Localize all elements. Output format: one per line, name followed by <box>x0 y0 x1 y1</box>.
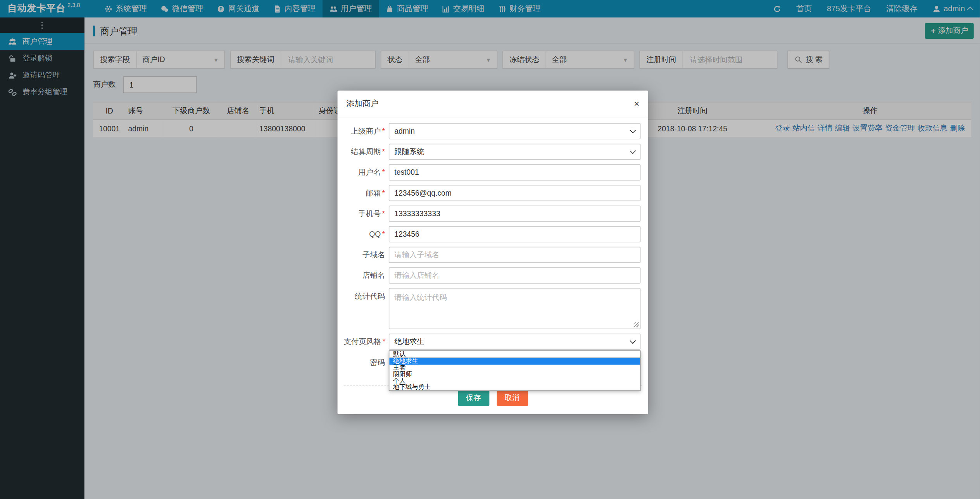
form-row-email: 邮箱* <box>344 185 641 201</box>
required-mark: * <box>382 126 385 135</box>
phone-label: 手机号* <box>344 208 385 219</box>
pay-style-dropdown: 默认 绝地求生 王者 阴阳师 个人 地下城与勇士 <box>389 350 641 391</box>
phone-field[interactable] <box>389 205 641 222</box>
parent-select[interactable]: admin <box>389 123 641 139</box>
username-field[interactable] <box>389 164 641 181</box>
required-mark: * <box>382 168 385 177</box>
required-mark: * <box>382 209 385 218</box>
dropdown-option-selected[interactable]: 绝地求生 <box>389 358 640 365</box>
required-mark: * <box>383 337 386 346</box>
modal-header: 添加商户 × <box>338 91 648 117</box>
cycle-select[interactable]: 跟随系统 <box>389 144 641 160</box>
required-mark: * <box>382 230 385 239</box>
required-mark: * <box>382 147 385 156</box>
form-row-subdomain: 子域名 <box>344 247 641 263</box>
add-merchant-modal: 添加商户 × 上级商户* admin 结算周期* 跟随系统 用户名* <box>338 91 648 414</box>
cycle-value: 跟随系统 <box>394 146 424 157</box>
form-row-stats-code: 统计代码 <box>344 288 641 329</box>
subdomain-label: 子域名 <box>344 250 385 260</box>
resize-handle[interactable] <box>634 322 639 327</box>
form-row-parent: 上级商户* admin <box>344 123 641 139</box>
email-label: 邮箱* <box>344 188 385 198</box>
form-row-pay-style: 支付页风格* 绝地求生 默认 绝地求生 王者 阴阳师 个人 地下城与勇士 <box>344 334 641 350</box>
chevron-down-icon <box>630 337 636 344</box>
stats-code-wrap <box>389 288 641 329</box>
parent-value: admin <box>394 127 415 136</box>
viewport: 自动发卡平台 2.3.8 系统管理 微信管理 P 网关通道 内容管理 用户 <box>0 0 980 499</box>
close-icon[interactable]: × <box>634 100 639 107</box>
modal-title: 添加商户 <box>346 98 379 109</box>
dropdown-option[interactable]: 王者 <box>389 365 640 371</box>
shopname-label: 店铺名 <box>344 270 385 280</box>
username-label: 用户名* <box>344 167 385 177</box>
form-row-qq: QQ* <box>344 226 641 243</box>
pay-style-value: 绝地求生 <box>394 336 424 347</box>
form-row-phone: 手机号* <box>344 205 641 222</box>
dropdown-option[interactable]: 默认 <box>389 351 640 358</box>
save-button[interactable]: 保存 <box>458 391 489 406</box>
stats-code-label: 统计代码 <box>344 291 385 301</box>
parent-label: 上级商户* <box>344 126 385 136</box>
modal-body: 上级商户* admin 结算周期* 跟随系统 用户名* 邮箱* <box>338 117 648 370</box>
form-row-shopname: 店铺名 <box>344 267 641 284</box>
subdomain-field[interactable] <box>389 247 641 263</box>
qq-field[interactable] <box>389 226 641 243</box>
pay-style-select[interactable]: 绝地求生 <box>389 334 641 350</box>
dropdown-option[interactable]: 阴阳师 <box>389 371 640 378</box>
app-window: 自动发卡平台 2.3.8 系统管理 微信管理 P 网关通道 内容管理 用户 <box>0 0 980 499</box>
qq-label: QQ* <box>344 230 385 239</box>
cycle-label: 结算周期* <box>344 146 385 157</box>
chevron-down-icon <box>630 127 636 133</box>
form-row-username: 用户名* <box>344 164 641 181</box>
form-row-cycle: 结算周期* 跟随系统 <box>344 144 641 160</box>
chevron-down-icon <box>630 148 636 154</box>
stats-code-field[interactable] <box>389 288 641 329</box>
required-mark: * <box>382 188 385 197</box>
shopname-field[interactable] <box>389 267 641 284</box>
cancel-button[interactable]: 取消 <box>497 391 528 406</box>
pay-style-label: 支付页风格* <box>344 336 385 347</box>
password-label: 密码 <box>344 357 385 367</box>
email-field[interactable] <box>389 185 641 201</box>
dropdown-option[interactable]: 地下城与勇士 <box>389 384 640 391</box>
